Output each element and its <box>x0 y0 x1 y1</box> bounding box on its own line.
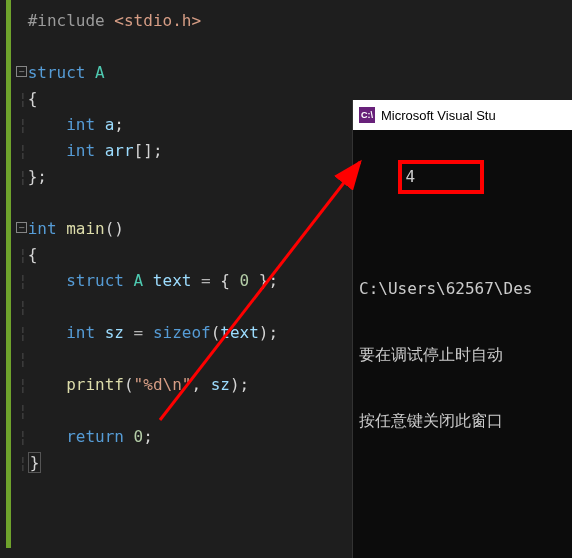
console-msg: 要在调试停止时自动 <box>359 344 566 366</box>
num: 0 <box>240 271 250 290</box>
brackets: [] <box>134 141 153 160</box>
brace-close: } <box>28 452 42 473</box>
brace-close: }; <box>28 167 47 186</box>
console-path: C:\Users\62567\Des <box>359 278 566 300</box>
kw-return: return <box>66 427 124 446</box>
brace: { <box>28 245 38 264</box>
kw-sizeof: sizeof <box>153 323 211 342</box>
kw-struct: struct <box>66 271 124 290</box>
kw-int: int <box>66 141 95 160</box>
console-body: 4 C:\Users\62567\Des 要在调试停止时自动 按任意键关闭此窗口 <box>353 130 572 484</box>
op-eq: = <box>201 271 220 290</box>
code-area[interactable]: #include <stdio.h> − struct A ¦{ ¦ int a… <box>18 8 380 476</box>
fold-icon[interactable]: − <box>16 66 27 77</box>
title-bar[interactable]: C:\ Microsoft Visual Stu <box>353 100 572 130</box>
var-sz: sz <box>95 323 134 342</box>
var-text: text <box>143 271 201 290</box>
semicolon: ; <box>143 427 153 446</box>
num: 0 <box>124 427 143 446</box>
var-arr: arr <box>95 141 134 160</box>
paren: ( <box>124 375 134 394</box>
window-title: Microsoft Visual Stu <box>381 108 496 123</box>
kw-int: int <box>28 219 57 238</box>
header: <stdio.h> <box>114 11 201 30</box>
brace: { <box>28 89 38 108</box>
arg-sz: sz <box>211 375 230 394</box>
console-window[interactable]: C:\ Microsoft Visual Stu 4 C:\Users\6256… <box>352 100 572 558</box>
output-highlight: 4 <box>398 160 484 194</box>
preproc: #include <box>28 11 115 30</box>
fn-main: main <box>57 219 105 238</box>
code-editor[interactable]: #include <stdio.h> − struct A ¦{ ¦ int a… <box>0 0 380 558</box>
console-output: 4 <box>406 167 416 186</box>
console-msg: 按任意键关闭此窗口 <box>359 410 566 432</box>
class-name: A <box>124 271 143 290</box>
format-str: "%d\n" <box>134 375 192 394</box>
fn-printf: printf <box>66 375 124 394</box>
comma: , <box>191 375 210 394</box>
change-indicator <box>6 0 11 548</box>
paren: ); <box>230 375 249 394</box>
op-eq: = <box>134 323 153 342</box>
kw-struct: struct <box>28 63 86 82</box>
vs-icon: C:\ <box>359 107 375 123</box>
paren: ( <box>211 323 221 342</box>
var-a: a <box>95 115 114 134</box>
kw-int: int <box>66 323 95 342</box>
arg-text: text <box>220 323 259 342</box>
fold-icon[interactable]: − <box>16 222 27 233</box>
paren: ); <box>259 323 278 342</box>
parens: () <box>105 219 124 238</box>
kw-int: int <box>66 115 95 134</box>
class-name: A <box>85 63 104 82</box>
brace: }; <box>249 271 278 290</box>
brace: { <box>220 271 239 290</box>
